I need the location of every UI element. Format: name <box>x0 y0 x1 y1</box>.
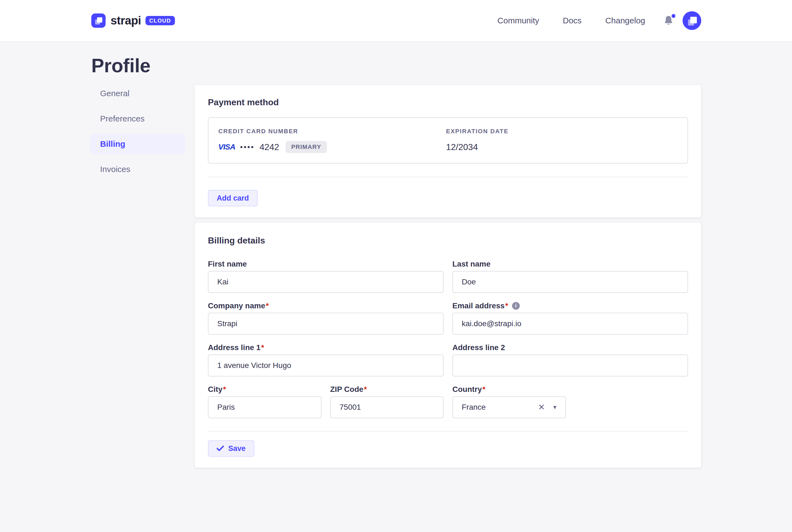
notifications-bell-icon[interactable] <box>664 15 673 26</box>
required-asterisk: * <box>266 301 269 310</box>
check-icon <box>217 445 224 452</box>
address-line2-label: Address line 2 <box>453 343 688 352</box>
zip-code-input[interactable] <box>330 396 444 418</box>
required-asterisk: * <box>261 343 264 352</box>
email-input[interactable] <box>453 313 688 335</box>
country-selected-value: France <box>462 403 538 412</box>
card-last4: 4242 <box>260 142 279 152</box>
chevron-down-icon[interactable]: ▼ <box>552 404 558 411</box>
city-field-group: City* <box>208 385 321 418</box>
first-name-input[interactable] <box>208 271 444 293</box>
company-name-field-group: Company name* <box>208 301 444 335</box>
email-label: Email address* i <box>453 301 688 310</box>
required-asterisk: * <box>505 301 508 310</box>
user-avatar[interactable] <box>683 11 701 30</box>
primary-card-badge: PRIMARY <box>286 141 327 153</box>
last-name-label: Last name <box>453 260 688 269</box>
clear-selection-icon[interactable]: ✕ <box>538 403 545 411</box>
save-button-label: Save <box>228 444 245 453</box>
required-asterisk: * <box>482 385 485 394</box>
last-name-input[interactable] <box>453 271 688 293</box>
billing-details-title: Billing details <box>208 235 688 246</box>
expiration-date-label: EXPIRATION DATE <box>446 128 509 135</box>
page-title: Profile <box>91 56 701 75</box>
zip-code-field-group: ZIP Code* <box>330 385 444 418</box>
payment-card-divider <box>208 177 688 177</box>
save-button[interactable]: Save <box>208 440 254 457</box>
city-input[interactable] <box>208 396 321 418</box>
profile-page: Profile General Preferences Billing Invo… <box>0 56 792 468</box>
nav-link-changelog[interactable]: Changelog <box>605 16 645 25</box>
header-nav: Community Docs Changelog <box>497 11 701 30</box>
unread-notification-dot <box>671 14 676 18</box>
email-field-group: Email address* i <box>453 301 688 335</box>
add-card-button[interactable]: Add card <box>208 190 258 206</box>
required-asterisk: * <box>223 385 226 394</box>
sidebar-item-general[interactable]: General <box>90 83 185 104</box>
last-name-field-group: Last name <box>453 260 688 293</box>
brand-wordmark: strapi <box>111 14 141 27</box>
cloud-badge: CLOUD <box>146 16 175 25</box>
profile-sidebar: General Preferences Billing Invoices <box>90 81 185 184</box>
first-name-field-group: First name <box>208 260 444 293</box>
payment-method-title: Payment method <box>208 97 688 108</box>
billing-details-card: Billing details First name Last name <box>195 223 701 468</box>
address-line1-input[interactable] <box>208 355 444 377</box>
zip-code-label: ZIP Code* <box>330 385 444 394</box>
company-name-input[interactable] <box>208 313 444 335</box>
address-line1-field-group: Address line 1* <box>208 343 444 377</box>
top-header: strapi CLOUD Community Docs Changelog <box>0 0 792 42</box>
email-info-icon[interactable]: i <box>512 302 520 310</box>
strapi-logo[interactable]: strapi CLOUD <box>91 14 175 28</box>
strapi-logo-icon <box>91 14 106 28</box>
payment-method-card: Payment method CREDIT CARD NUMBER VISA •… <box>195 85 701 217</box>
address-line1-label: Address line 1* <box>208 343 444 352</box>
company-name-label: Company name* <box>208 301 444 310</box>
required-asterisk: * <box>364 385 367 394</box>
nav-link-docs[interactable]: Docs <box>563 16 582 25</box>
city-label: City* <box>208 385 321 394</box>
visa-logo: VISA <box>218 142 235 151</box>
sidebar-item-billing[interactable]: Billing <box>90 134 185 154</box>
masked-digits: •••• <box>240 143 254 151</box>
country-field-group: Country* France ✕ ▼ <box>453 385 566 418</box>
credit-card-row: CREDIT CARD NUMBER VISA •••• 4242 PRIMAR… <box>208 117 688 164</box>
first-name-label: First name <box>208 260 444 269</box>
address-line2-input[interactable] <box>453 355 688 377</box>
country-select[interactable]: France ✕ ▼ <box>453 396 566 418</box>
credit-card-number-label: CREDIT CARD NUMBER <box>218 128 436 135</box>
sidebar-item-preferences[interactable]: Preferences <box>90 108 185 129</box>
sidebar-item-invoices[interactable]: Invoices <box>90 159 185 180</box>
billing-form-divider <box>208 431 688 432</box>
address-line2-field-group: Address line 2 <box>453 343 688 377</box>
billing-form: First name Last name Company name* <box>208 260 688 418</box>
expiration-date-value: 12/2034 <box>446 141 509 153</box>
country-label: Country* <box>453 385 566 394</box>
nav-link-community[interactable]: Community <box>497 16 539 25</box>
